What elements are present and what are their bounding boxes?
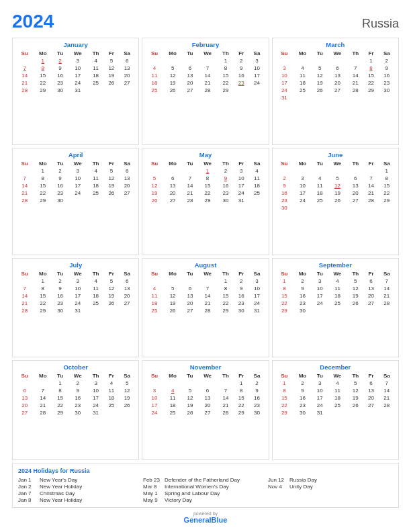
day-header: Mo xyxy=(163,50,183,57)
day-header: Sa xyxy=(119,372,135,380)
day-header: Mo xyxy=(33,50,52,57)
cal-day xyxy=(293,167,312,175)
cal-day: 14 xyxy=(363,182,378,189)
cal-day: 22 xyxy=(379,189,395,197)
cal-day: 15 xyxy=(197,182,217,189)
cal-day: 20 xyxy=(328,79,347,87)
cal-day xyxy=(363,94,378,101)
cal-table: SuMoTuWeThFrSa12345678910111213141516171… xyxy=(146,160,265,204)
cal-day: 20 xyxy=(363,292,378,300)
holiday-date: Jan 2 xyxy=(18,484,37,490)
cal-day: 23 xyxy=(52,79,68,87)
cal-day: 29 xyxy=(218,87,234,94)
cal-day: 29 xyxy=(33,197,52,204)
month-box-november: NovemberSuMoTuWeThFrSa123456789101112131… xyxy=(142,360,269,460)
day-header: Su xyxy=(16,270,33,277)
day-header: Su xyxy=(16,160,33,167)
cal-day: 27 xyxy=(197,409,217,416)
holiday-date: Jan 8 xyxy=(18,497,37,503)
cal-day: 16 xyxy=(276,189,293,197)
cal-day xyxy=(87,307,103,314)
cal-day xyxy=(146,277,163,285)
cal-day: 26 xyxy=(328,197,347,204)
day-header: Mo xyxy=(293,270,312,277)
cal-day: 11 xyxy=(87,64,103,72)
cal-day xyxy=(183,57,198,64)
cal-day: 20 xyxy=(197,402,217,409)
cal-day: 13 xyxy=(183,72,198,79)
cal-day: 18 xyxy=(87,292,103,300)
cal-day: 10 xyxy=(248,285,265,292)
holiday-date: Mar 8 xyxy=(143,484,162,490)
cal-day: 14 xyxy=(218,394,234,402)
cal-day: 10 xyxy=(293,182,312,189)
holiday-name: Unity Day xyxy=(289,484,313,490)
cal-day: 17 xyxy=(293,189,312,197)
cal-day: 12 xyxy=(183,394,198,402)
day-header: Mo xyxy=(163,160,183,167)
day-header: Tu xyxy=(52,372,68,380)
cal-day: 31 xyxy=(68,87,87,94)
day-header: Sa xyxy=(248,372,265,380)
cal-day: 4 xyxy=(87,57,103,64)
cal-day: 13 xyxy=(16,394,33,402)
day-header: Tu xyxy=(183,160,198,167)
header: 2024 Russia xyxy=(12,11,399,32)
cal-day: 17 xyxy=(248,292,265,300)
cal-day: 9 xyxy=(68,387,87,394)
cal-day: 22 xyxy=(52,402,68,409)
cal-table: SuMoTuWeThFrSa12345678910111213141516171… xyxy=(16,372,135,416)
cal-day: 31 xyxy=(248,307,265,314)
cal-day: 13 xyxy=(363,285,378,292)
cal-table: SuMoTuWeThFrSa12345678910111213141516171… xyxy=(276,160,395,212)
cal-day: 9 xyxy=(52,285,68,292)
cal-day: 11 xyxy=(87,285,103,292)
cal-day: 13 xyxy=(119,64,135,72)
holiday-date: Nov 4 xyxy=(268,484,287,490)
cal-day xyxy=(146,167,163,175)
cal-day: 5 xyxy=(146,175,163,182)
day-header: We xyxy=(68,50,87,57)
cal-day: 3 xyxy=(248,57,265,64)
cal-day: 24 xyxy=(87,402,103,409)
cal-day: 10 xyxy=(312,387,328,394)
cal-day: 19 xyxy=(104,292,119,300)
cal-day: 9 xyxy=(218,175,234,182)
cal-day: 23 xyxy=(379,79,395,87)
cal-day: 12 xyxy=(146,182,163,189)
cal-day: 20 xyxy=(16,402,33,409)
cal-day xyxy=(197,277,217,285)
holiday-name: Russia Day xyxy=(289,477,317,483)
cal-day: 26 xyxy=(119,402,135,409)
cal-day: 6 xyxy=(363,277,378,285)
cal-day xyxy=(16,167,33,175)
cal-day: 20 xyxy=(363,394,378,402)
cal-day: 23 xyxy=(234,79,248,87)
holiday-item: Jun 12Russia Day xyxy=(268,477,393,483)
day-header: Fr xyxy=(104,50,119,57)
cal-day xyxy=(379,307,395,314)
day-header: Fr xyxy=(363,270,378,277)
cal-day: 11 xyxy=(146,72,163,79)
day-header: Sa xyxy=(119,50,135,57)
cal-day: 28 xyxy=(16,87,33,94)
cal-day: 27 xyxy=(347,197,363,204)
cal-day: 4 xyxy=(146,64,163,72)
cal-day: 11 xyxy=(87,175,103,182)
month-box-december: DecemberSuMoTuWeThFrSa123456789101112131… xyxy=(272,360,399,460)
cal-day: 27 xyxy=(119,189,135,197)
cal-day: 26 xyxy=(347,402,363,409)
cal-day: 1 xyxy=(33,57,52,64)
cal-day: 14 xyxy=(379,285,395,292)
cal-day xyxy=(163,57,183,64)
day-header: Mo xyxy=(33,270,52,277)
cal-day: 5 xyxy=(347,380,363,387)
day-header: Su xyxy=(16,372,33,380)
cal-day: 6 xyxy=(363,380,378,387)
cal-day: 30 xyxy=(218,197,234,204)
cal-day: 28 xyxy=(197,87,217,94)
cal-day: 30 xyxy=(248,409,265,416)
cal-day: 17 xyxy=(312,394,328,402)
cal-day: 7 xyxy=(33,387,52,394)
month-box-july: JulySuMoTuWeThFrSa1234567891011121314151… xyxy=(12,258,139,358)
